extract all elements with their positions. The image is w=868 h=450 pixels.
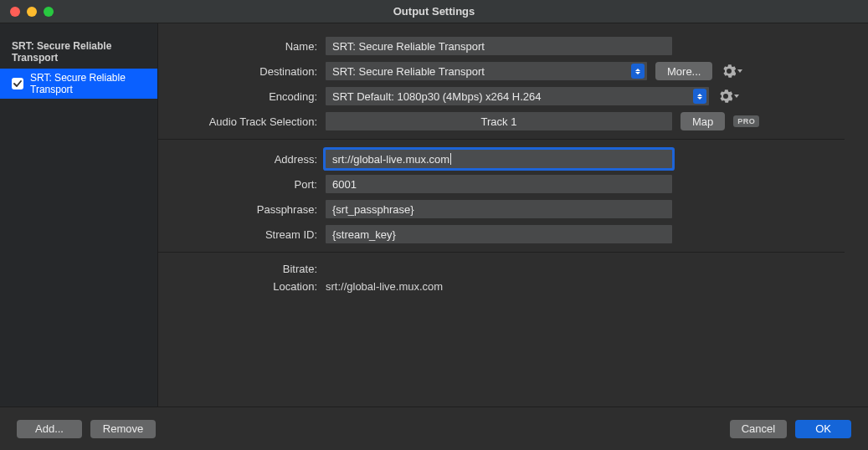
name-input[interactable]	[326, 37, 672, 55]
sidebar-heading: SRT: Secure Reliable Transport	[0, 37, 157, 69]
audio-track-field[interactable]: Track 1	[326, 112, 672, 130]
map-button[interactable]: Map	[681, 112, 725, 130]
bottom-bar: Add... Remove Cancel OK	[0, 407, 868, 450]
address-label: Address:	[158, 153, 317, 166]
divider	[158, 252, 845, 253]
divider	[158, 139, 845, 140]
address-input[interactable]: srt://global-live.mux.com	[326, 150, 672, 168]
main-panel: Name: Destination: SRT: Secure Reliable …	[158, 23, 868, 407]
encoding-label: Encoding:	[158, 90, 317, 103]
address-value: srt://global-live.mux.com	[332, 153, 449, 166]
window-title: Output Settings	[0, 5, 868, 18]
ok-button[interactable]: OK	[795, 420, 851, 438]
passphrase-input[interactable]	[326, 200, 672, 218]
passphrase-label: Passphrase:	[158, 203, 317, 216]
bitrate-label: Bitrate:	[158, 263, 317, 275]
encoding-select[interactable]: SRT Default: 1080p30 (4Mbps) x264 H.264	[326, 87, 709, 105]
add-button[interactable]: Add...	[17, 420, 82, 438]
sidebar-section: SRT: Secure Reliable Transport SRT: Secu…	[0, 23, 157, 407]
bottom-left-buttons: Add... Remove	[17, 420, 156, 438]
destination-label: Destination:	[158, 65, 317, 78]
content: SRT: Secure Reliable Transport SRT: Secu…	[0, 23, 868, 407]
titlebar: Output Settings	[0, 0, 868, 23]
remove-button[interactable]: Remove	[90, 420, 156, 438]
pro-badge: PRO	[733, 115, 759, 127]
select-arrows-icon	[631, 64, 645, 79]
sidebar-item-srt[interactable]: SRT: Secure Reliable Transport	[0, 69, 157, 99]
location-value: srt://global-live.mux.com	[326, 279, 443, 294]
maximize-window-button[interactable]	[44, 7, 54, 17]
more-button[interactable]: More...	[655, 62, 712, 80]
audio-track-label: Audio Track Selection:	[158, 115, 317, 128]
minimize-window-button[interactable]	[27, 7, 37, 17]
audio-track-value: Track 1	[481, 115, 517, 128]
chevron-down-icon	[734, 95, 739, 98]
name-label: Name:	[158, 40, 317, 53]
location-label: Location:	[158, 280, 317, 293]
destination-select[interactable]: SRT: Secure Reliable Transport	[326, 62, 647, 80]
stream-id-input[interactable]	[326, 225, 672, 243]
traffic-lights	[0, 7, 54, 17]
stream-id-label: Stream ID:	[158, 228, 317, 241]
destination-value: SRT: Secure Reliable Transport	[332, 65, 485, 78]
checkbox-icon[interactable]	[12, 78, 23, 89]
cancel-button[interactable]: Cancel	[730, 420, 787, 438]
close-window-button[interactable]	[10, 7, 20, 17]
sidebar: SRT: Secure Reliable Transport SRT: Secu…	[0, 23, 158, 407]
encoding-gear-button[interactable]	[717, 89, 741, 103]
text-cursor	[450, 153, 451, 165]
port-label: Port:	[158, 178, 317, 191]
encoding-value: SRT Default: 1080p30 (4Mbps) x264 H.264	[332, 90, 542, 103]
bottom-right-buttons: Cancel OK	[730, 420, 851, 438]
port-input[interactable]	[326, 175, 672, 193]
sidebar-item-label: SRT: Secure Reliable Transport	[30, 72, 146, 95]
chevron-down-icon	[737, 69, 742, 73]
destination-gear-button[interactable]	[721, 64, 744, 78]
select-arrows-icon	[693, 89, 706, 104]
